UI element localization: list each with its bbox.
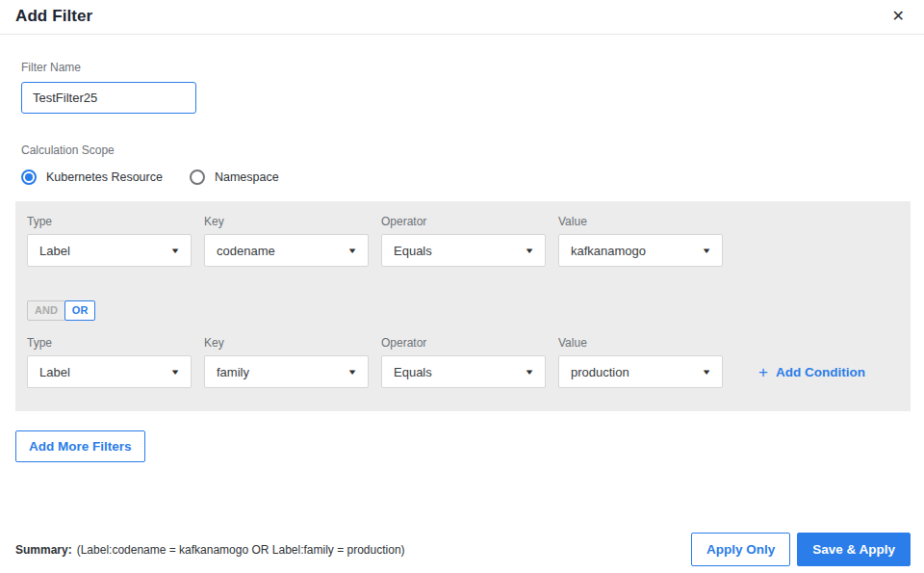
conditions-panel: Type Key Operator Value Label ▼ codename… — [15, 201, 911, 411]
add-more-filters-button[interactable]: Add More Filters — [15, 430, 145, 462]
apply-only-button[interactable]: Apply Only — [691, 533, 790, 566]
radio-unselected-icon — [190, 169, 205, 185]
value-label: Value — [558, 336, 723, 350]
and-or-toggle: AND OR — [27, 300, 95, 321]
chevron-down-icon: ▼ — [346, 368, 357, 377]
value-dropdown[interactable]: production ▼ — [558, 355, 723, 388]
dropdown-value: Label — [39, 244, 70, 258]
modal-footer: Summary:(Label:codename = kafkanamogo OR… — [0, 533, 924, 573]
filter-name-label: Filter Name — [21, 61, 911, 74]
key-label: Key — [204, 336, 369, 350]
operator-dropdown[interactable]: Equals ▼ — [381, 355, 546, 388]
condition-row-1: Label ▼ codename ▼ Equals ▼ kafkanamogo … — [27, 234, 899, 267]
operator-dropdown[interactable]: Equals ▼ — [381, 234, 546, 267]
chevron-down-icon: ▼ — [169, 368, 180, 377]
dropdown-value: Equals — [394, 244, 432, 258]
chevron-down-icon: ▼ — [701, 247, 711, 255]
condition-field-labels: Type Key Operator Value — [27, 215, 899, 228]
summary-label: Summary: — [15, 543, 72, 557]
add-condition-label: Add Condition — [776, 365, 865, 379]
key-dropdown[interactable]: codename ▼ — [204, 234, 369, 267]
radio-namespace[interactable]: Namespace — [190, 169, 279, 185]
radio-kubernetes-resource[interactable]: Kubernetes Resource — [21, 169, 163, 185]
filter-name-input[interactable] — [21, 82, 196, 114]
dropdown-value: Equals — [394, 365, 432, 379]
chevron-down-icon: ▼ — [524, 368, 534, 377]
chevron-down-icon: ▼ — [169, 247, 180, 255]
plus-icon: + — [758, 364, 768, 380]
radio-selected-icon — [21, 169, 37, 185]
value-label: Value — [558, 215, 723, 228]
chevron-down-icon: ▼ — [524, 247, 534, 255]
calculation-scope-group: Calculation Scope Kubernetes Resource Na… — [21, 143, 911, 185]
summary-text: (Label:codename = kafkanamogo OR Label:f… — [77, 543, 405, 557]
close-icon[interactable]: ✕ — [888, 7, 909, 26]
condition-row-2: Label ▼ family ▼ Equals ▼ production ▼ + — [27, 355, 899, 388]
modal-title: Add Filter — [15, 7, 92, 26]
type-dropdown[interactable]: Label ▼ — [27, 234, 192, 267]
add-filter-modal: Add Filter ✕ Filter Name Calculation Sco… — [0, 0, 924, 462]
filter-summary: Summary:(Label:codename = kafkanamogo OR… — [15, 543, 405, 557]
operator-label: Operator — [381, 215, 546, 228]
dropdown-value: Label — [39, 365, 70, 379]
key-label: Key — [204, 215, 369, 228]
dropdown-value: kafkanamogo — [571, 244, 646, 258]
operator-label: Operator — [381, 336, 546, 350]
footer-buttons: Apply Only Save & Apply — [691, 533, 911, 566]
calculation-scope-label: Calculation Scope — [21, 143, 911, 157]
save-and-apply-button[interactable]: Save & Apply — [797, 533, 911, 566]
and-toggle-button[interactable]: AND — [27, 300, 65, 321]
type-label: Type — [27, 336, 192, 350]
add-condition-button[interactable]: + Add Condition — [758, 364, 865, 380]
filter-name-group: Filter Name — [21, 61, 911, 114]
dropdown-value: family — [217, 365, 249, 379]
calculation-scope-options: Kubernetes Resource Namespace — [21, 169, 911, 185]
type-label: Type — [27, 215, 192, 228]
modal-header: Add Filter ✕ — [0, 0, 924, 35]
condition-field-labels: Type Key Operator Value — [27, 336, 899, 350]
radio-label: Namespace — [215, 170, 279, 184]
chevron-down-icon: ▼ — [701, 368, 711, 377]
dropdown-value: codename — [217, 244, 275, 258]
radio-label: Kubernetes Resource — [46, 170, 163, 184]
dropdown-value: production — [571, 365, 629, 379]
modal-body: Filter Name Calculation Scope Kubernetes… — [0, 61, 924, 462]
key-dropdown[interactable]: family ▼ — [204, 355, 369, 388]
type-dropdown[interactable]: Label ▼ — [27, 355, 192, 388]
chevron-down-icon: ▼ — [346, 247, 357, 255]
value-dropdown[interactable]: kafkanamogo ▼ — [558, 234, 723, 267]
or-toggle-button[interactable]: OR — [64, 300, 96, 321]
